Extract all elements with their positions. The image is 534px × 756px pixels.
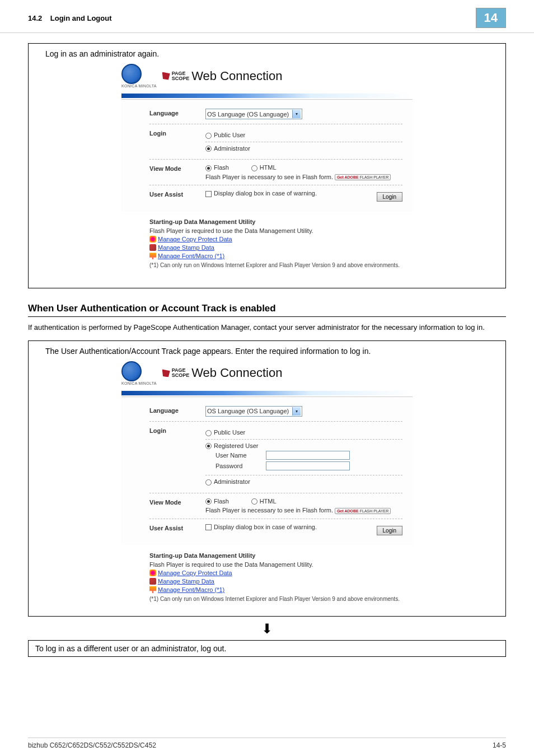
- administrator-option[interactable]: Administrator: [205, 142, 402, 155]
- stamp-icon: [149, 578, 156, 585]
- footer-model: bizhub C652/C652DS/C552/C552DS/C452: [28, 741, 156, 749]
- login-label: Login: [149, 129, 205, 137]
- box2-caption: The User Authentication/Account Track pa…: [45, 347, 489, 356]
- utility-block-2: Starting-up Data Management Utility Flas…: [121, 545, 413, 605]
- public-user-option[interactable]: Public User: [205, 129, 402, 142]
- radio-icon: [251, 165, 257, 171]
- radio-icon: [205, 479, 212, 486]
- copy-icon: [149, 236, 156, 242]
- font-icon: [149, 586, 156, 593]
- language-select[interactable]: OS Language (OS Language) ▾: [205, 109, 302, 119]
- link-copy-protect[interactable]: Manage Copy Protect Data: [149, 236, 402, 242]
- scope-icon: PAGESCOPE: [162, 71, 190, 81]
- html-option[interactable]: HTML: [251, 498, 277, 505]
- box1-caption: Log in as an administrator again.: [45, 49, 489, 58]
- user-auth-box: The User Authentication/Account Track pa…: [28, 340, 506, 617]
- user-assist-label: User Assist: [149, 190, 205, 198]
- subheading: When User Authentication or Account Trac…: [28, 303, 506, 317]
- public-user-option[interactable]: Public User: [205, 426, 402, 440]
- user-assist-row: User Assist Display dialog box in case o…: [149, 185, 402, 206]
- flash-note: Flash Player is necessary to see in Flas…: [205, 507, 402, 514]
- utility-title: Starting-up Data Management Utility: [149, 218, 402, 225]
- radio-icon: [205, 165, 212, 171]
- radio-icon: [205, 498, 212, 505]
- utility-title: Starting-up Data Management Utility: [149, 552, 402, 559]
- gradient-bar: [121, 391, 413, 395]
- stamp-icon: [149, 244, 156, 251]
- html-option[interactable]: HTML: [251, 164, 277, 171]
- scope-icon: PAGESCOPE: [162, 368, 190, 378]
- logo: KONICA MINOLTA: [121, 64, 157, 88]
- login-row: Login Public User Registered User User N…: [149, 422, 402, 493]
- footer-page: 14-5: [493, 741, 506, 749]
- utility-footnote: (*1) Can only run on Windows Internet Ex…: [149, 262, 402, 269]
- checkbox-icon: [205, 191, 212, 197]
- checkbox-icon: [205, 524, 212, 530]
- arrow-down-icon: ⬇: [28, 621, 506, 637]
- chapter-badge: 14: [476, 8, 506, 28]
- body-text: If authentication is performed by PageSc…: [28, 323, 506, 333]
- utility-block-1: Starting-up Data Management Utility Flas…: [121, 212, 413, 271]
- utility-footnote: (*1) Can only run on Windows Internet Ex…: [149, 595, 402, 603]
- password-input[interactable]: [266, 461, 350, 470]
- radio-icon: [205, 133, 212, 139]
- adobe-badge[interactable]: Get ADOBEFLASH PLAYER: [335, 508, 391, 514]
- view-mode-row: View Mode Flash HTML Flash Player is nec…: [149, 160, 402, 185]
- final-instruction-box: To log in as a different user or an admi…: [28, 640, 506, 657]
- login-button[interactable]: Login: [377, 192, 402, 202]
- adobe-badge[interactable]: Get ADOBEFLASH PLAYER: [335, 174, 391, 180]
- font-icon: [149, 253, 156, 259]
- language-value: OS Language (OS Language): [207, 111, 289, 118]
- view-mode-label: View Mode: [149, 498, 205, 506]
- link-font-macro[interactable]: Manage Font/Macro (*1): [149, 586, 402, 593]
- link-stamp-data[interactable]: Manage Stamp Data: [149, 578, 402, 585]
- user-assist-label: User Assist: [149, 524, 205, 531]
- brand-row: KONICA MINOLTA PAGESCOPE Web Connection: [121, 64, 413, 88]
- utility-desc: Flash Player is required to use the Data…: [149, 561, 402, 568]
- logo-subtext: KONICA MINOLTA: [121, 84, 157, 88]
- logo-icon: [121, 361, 142, 381]
- user-assist-row: User Assist Display dialog box in case o…: [149, 519, 402, 540]
- registered-user-option[interactable]: Registered User User Name Password: [205, 440, 402, 476]
- flash-option[interactable]: Flash: [205, 164, 229, 171]
- link-stamp-data[interactable]: Manage Stamp Data: [149, 244, 402, 251]
- display-dialog-option[interactable]: Display dialog box in case of warning.: [205, 524, 317, 530]
- copy-icon: [149, 570, 156, 576]
- login-label: Login: [149, 426, 205, 434]
- password-field: Password: [216, 461, 402, 470]
- section-label: 14.2 Login and Logout: [28, 14, 112, 22]
- wc-title: Web Connection: [191, 69, 282, 83]
- brand-row: KONICA MINOLTA PAGESCOPE Web Connection: [121, 361, 413, 385]
- form-block-2: Language OS Language (OS Language) ▾ Log…: [121, 397, 413, 545]
- chevron-down-icon: ▾: [292, 110, 301, 118]
- brand-text: PAGESCOPE Web Connection: [162, 69, 283, 83]
- content: Log in as an administrator again. KONICA…: [0, 33, 534, 668]
- display-dialog-option[interactable]: Display dialog box in case of warning.: [205, 190, 317, 197]
- link-copy-protect[interactable]: Manage Copy Protect Data: [149, 570, 402, 576]
- flash-option[interactable]: Flash: [205, 498, 229, 505]
- flash-note: Flash Player is necessary to see in Flas…: [205, 174, 402, 181]
- admin-login-box: Log in as an administrator again. KONICA…: [28, 43, 506, 288]
- logo-subtext: KONICA MINOLTA: [121, 381, 157, 385]
- radio-icon: [205, 443, 212, 449]
- logo: KONICA MINOLTA: [121, 361, 157, 385]
- login-button[interactable]: Login: [377, 526, 402, 535]
- gradient-bar: [121, 94, 413, 98]
- chevron-down-icon: ▾: [292, 407, 301, 416]
- language-label: Language: [149, 406, 205, 414]
- web-connection-panel-1: KONICA MINOLTA PAGESCOPE Web Connection …: [121, 64, 413, 271]
- section-number: 14.2: [28, 14, 42, 22]
- link-font-macro[interactable]: Manage Font/Macro (*1): [149, 253, 402, 259]
- wc-title: Web Connection: [191, 366, 282, 380]
- username-input[interactable]: [266, 451, 350, 460]
- language-select[interactable]: OS Language (OS Language) ▾: [205, 406, 302, 417]
- utility-desc: Flash Player is required to use the Data…: [149, 227, 402, 234]
- page-header: 14.2 Login and Logout 14: [0, 0, 534, 33]
- section-title: Login and Logout: [50, 14, 112, 22]
- web-connection-panel-2: KONICA MINOLTA PAGESCOPE Web Connection …: [121, 361, 413, 605]
- login-row: Login Public User Administrator: [149, 124, 402, 160]
- view-mode-row: View Mode Flash HTML Flash Player is nec…: [149, 493, 402, 519]
- brand-text: PAGESCOPE Web Connection: [162, 366, 283, 380]
- administrator-option[interactable]: Administrator: [205, 475, 402, 488]
- radio-icon: [205, 146, 212, 152]
